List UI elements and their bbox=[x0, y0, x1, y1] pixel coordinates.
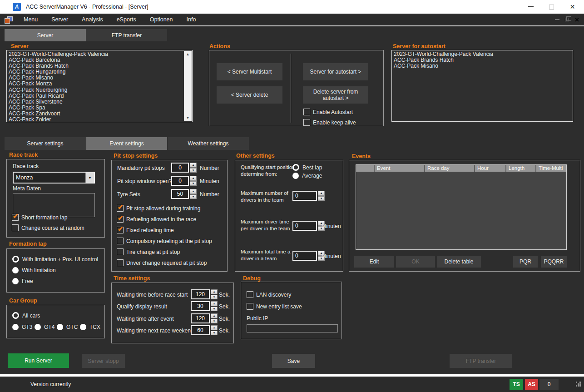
spinner-value[interactable]: 0 bbox=[171, 176, 189, 186]
spinner-up-icon[interactable]: ▲ bbox=[318, 191, 325, 196]
server-multistart-button[interactable]: < Server Multistart bbox=[217, 63, 282, 80]
mdi-restore-icon[interactable] bbox=[565, 18, 569, 21]
spinner-down-icon[interactable]: ▼ bbox=[190, 181, 197, 186]
tab-event-settings[interactable]: Event settings bbox=[86, 137, 167, 150]
menu-item-server[interactable]: Server bbox=[45, 14, 75, 25]
spinner-down-icon[interactable]: ▼ bbox=[211, 331, 218, 336]
spinner-value[interactable]: 50 bbox=[171, 189, 189, 199]
menu-item-esports[interactable]: eSports bbox=[110, 14, 143, 25]
spinner-up-icon[interactable]: ▲ bbox=[190, 176, 197, 181]
radio-free[interactable]: Free bbox=[12, 278, 33, 284]
server-for-autostart-button[interactable]: Server for autostart > bbox=[303, 63, 368, 80]
save-button[interactable]: Save bbox=[272, 354, 315, 368]
edit-button[interactable]: Edit bbox=[354, 256, 394, 268]
checkbox-new-entry-list[interactable]: ✔ New entry list save bbox=[247, 303, 302, 310]
checkbox-lan-discovery[interactable]: ✔ LAN discovery bbox=[247, 291, 291, 298]
spinner-down-icon[interactable]: ▼ bbox=[190, 168, 197, 173]
spinner-value[interactable]: 120 bbox=[191, 313, 210, 323]
column-header-race-day[interactable]: Race day bbox=[424, 165, 474, 172]
checkbox-pit-stop-training[interactable]: ✔ Pit stop allowed during training bbox=[117, 205, 200, 212]
list-item[interactable]: ACC-Pack Nuerburgring bbox=[9, 87, 182, 93]
column-header-time-multi[interactable]: Time-Multi bbox=[535, 165, 567, 172]
spinner-value[interactable]: 0 bbox=[171, 163, 189, 173]
tab-server-settings[interactable]: Server settings bbox=[5, 137, 86, 150]
pqr-button[interactable]: PQR bbox=[513, 256, 538, 268]
delete-from-autostart-button[interactable]: Delete server from autostart > bbox=[303, 86, 368, 104]
spinner-down-icon[interactable]: ▼ bbox=[211, 307, 218, 312]
spinner-tyre-sets[interactable]: 50 ▲▼ bbox=[171, 189, 197, 199]
spinner-mandatory-pit-stops[interactable]: 0 ▲▼ bbox=[171, 163, 197, 173]
radio-average[interactable]: Average bbox=[292, 173, 322, 179]
tab-weather-settings[interactable]: Weather settings bbox=[168, 137, 249, 150]
list-item[interactable]: ACC-Pack Silverstone bbox=[9, 99, 182, 105]
spinner-value[interactable]: 0 bbox=[292, 191, 317, 201]
spinner-value[interactable]: 30 bbox=[191, 301, 210, 311]
checkbox-compulsory-refueling[interactable]: ✔ Compulsory refueling at the pit stop bbox=[117, 238, 212, 244]
checkbox-enable-keep-alive[interactable]: ✔ Enable keep alive bbox=[303, 119, 356, 126]
spinner-qualify-display[interactable]: 30 ▲▼ bbox=[191, 301, 218, 311]
spinner-up-icon[interactable]: ▲ bbox=[190, 189, 197, 194]
radio-with-limitation-pos-ui[interactable]: With limitation + Pos. UI control bbox=[12, 256, 98, 263]
checkbox-driver-change[interactable]: ✔ Driver change required at pit stop bbox=[117, 259, 207, 266]
spinner-max-driver-time[interactable]: 0 ▲▼ bbox=[292, 221, 325, 231]
delete-table-button[interactable]: Delete table bbox=[437, 256, 481, 268]
spinner-up-icon[interactable]: ▲ bbox=[211, 301, 218, 306]
spinner-up-icon[interactable]: ▲ bbox=[211, 289, 218, 294]
radio-all-cars[interactable]: All cars bbox=[12, 312, 40, 319]
radio-best-lap[interactable]: Best lap bbox=[292, 164, 322, 171]
tab-server[interactable]: Server bbox=[5, 29, 86, 41]
spinner-wait-after-event[interactable]: 120 ▲▼ bbox=[191, 313, 218, 323]
spinner-max-total-time[interactable]: 0 ▲▼ bbox=[292, 251, 325, 261]
spinner-up-icon[interactable]: ▲ bbox=[211, 313, 218, 318]
spinner-value[interactable]: 120 bbox=[191, 289, 210, 299]
spinner-down-icon[interactable]: ▼ bbox=[211, 319, 218, 324]
column-header[interactable] bbox=[356, 165, 374, 172]
server-delete-button[interactable]: < Server delete bbox=[217, 86, 282, 104]
resize-grip[interactable] bbox=[576, 382, 577, 383]
column-header-length[interactable]: Length bbox=[505, 165, 535, 172]
checkbox-fixed-refueling[interactable]: ✔ Fixed refueling time bbox=[117, 227, 174, 233]
spinner-up-icon[interactable]: ▲ bbox=[190, 163, 197, 168]
mdi-close-icon[interactable]: ✕ bbox=[574, 17, 579, 23]
spinner-max-drivers[interactable]: 0 ▲▼ bbox=[292, 191, 325, 201]
scrollbar[interactable]: ▲ ▼ bbox=[184, 51, 192, 121]
spinner-value[interactable]: 0 bbox=[292, 251, 317, 261]
spinner-down-icon[interactable]: ▼ bbox=[190, 194, 197, 199]
maximize-button[interactable] bbox=[541, 0, 562, 14]
server-list[interactable]: 2023-GT-World-Challenge-Pack Valencia AC… bbox=[6, 50, 193, 122]
radio-with-limitation[interactable]: With limitation bbox=[12, 267, 56, 273]
mdi-minimize-icon[interactable] bbox=[555, 19, 559, 20]
checkbox-change-course-random[interactable]: ✔ Change course at random bbox=[12, 224, 84, 231]
checkbox-enable-autostart[interactable]: ✔ Enable Autostart bbox=[303, 109, 353, 115]
list-item[interactable]: ACC-Pack Spa bbox=[9, 105, 182, 111]
scroll-up-icon[interactable]: ▲ bbox=[186, 51, 190, 58]
pqqrr-button[interactable]: PQQRR bbox=[541, 256, 567, 268]
autostart-list[interactable]: 2023-GT-World-Challenge-Pack Valencia AC… bbox=[391, 50, 573, 122]
menu-item-menu[interactable]: Menu bbox=[17, 14, 45, 25]
menu-item-optionen[interactable]: Optionen bbox=[143, 14, 180, 25]
radio-gt3[interactable]: GT3 bbox=[12, 324, 32, 330]
column-header-hour[interactable]: Hour bbox=[474, 165, 505, 172]
close-button[interactable]: ✕ bbox=[562, 0, 583, 14]
checkbox-tire-change[interactable]: ✔ Tire change at pit stop bbox=[117, 248, 180, 255]
spinner-pit-window[interactable]: 0 ▲▼ bbox=[171, 176, 197, 186]
tab-ftp-transfer[interactable]: FTP transfer bbox=[86, 29, 167, 41]
list-item[interactable]: ACC-Pack Paul Ricard bbox=[9, 93, 182, 99]
spinner-value[interactable]: 60 bbox=[191, 325, 210, 335]
ftp-transfer-button[interactable]: FTP transfer bbox=[450, 354, 512, 368]
menu-item-info[interactable]: Info bbox=[179, 14, 203, 25]
chevron-down-icon[interactable]: ▼ bbox=[85, 173, 94, 183]
scroll-down-icon[interactable]: ▼ bbox=[186, 114, 190, 121]
list-item[interactable]: ACC-Pack Monza bbox=[9, 81, 182, 87]
spinner-wait-next-weekend[interactable]: 60 ▲▼ bbox=[191, 325, 218, 335]
list-item[interactable]: ACC-Pack Misano bbox=[394, 63, 571, 69]
radio-gt4[interactable]: GT4 bbox=[35, 324, 54, 330]
public-ip-field[interactable] bbox=[247, 324, 338, 332]
radio-gtc[interactable]: GTC bbox=[57, 324, 78, 330]
list-item[interactable]: ACC-Pack Zolder bbox=[9, 117, 182, 122]
server-stopp-button[interactable]: Server stopp bbox=[82, 354, 125, 368]
spinner-wait-before-race[interactable]: 120 ▲▼ bbox=[191, 289, 218, 299]
spinner-down-icon[interactable]: ▼ bbox=[211, 295, 218, 300]
column-header-event[interactable]: Event bbox=[374, 165, 424, 172]
events-table[interactable]: Event Race day Hour Length Time-Multi bbox=[356, 164, 567, 250]
